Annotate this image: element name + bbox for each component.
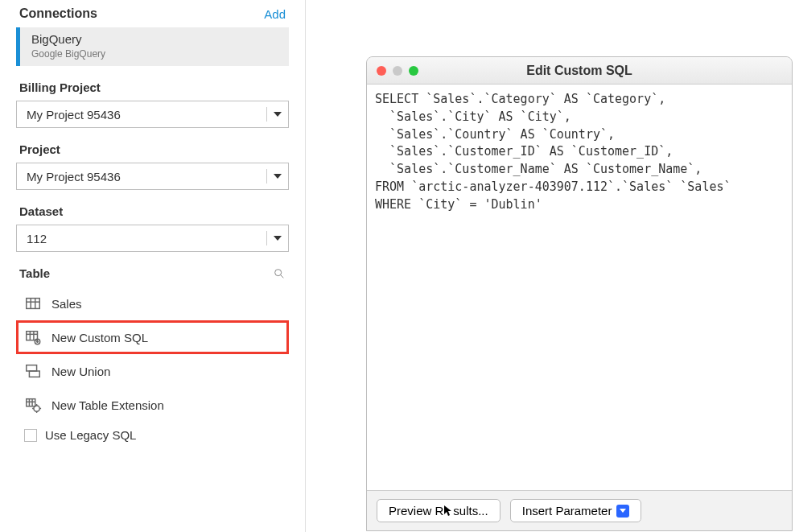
new-table-extension-item[interactable]: New Table Extension	[16, 388, 289, 422]
traffic-lights	[377, 66, 418, 76]
svg-line-1	[281, 274, 284, 278]
edit-custom-sql-dialog: Edit Custom SQL SELECT `Sales`.`Category…	[366, 56, 793, 531]
add-connection-link[interactable]: Add	[264, 7, 286, 21]
dialog-footer: Preview Rsults... Insert Parameter	[367, 490, 792, 530]
use-legacy-sql-row[interactable]: Use Legacy SQL	[16, 422, 289, 448]
svg-rect-13	[27, 365, 37, 371]
billing-project-select[interactable]: My Project 95436	[16, 101, 289, 128]
dataset-label: Dataset	[19, 204, 286, 218]
insert-parameter-button[interactable]: Insert Parameter	[510, 499, 642, 522]
project-label: Project	[19, 142, 286, 156]
table-item-sales[interactable]: Sales	[16, 287, 289, 320]
connection-subtitle: Google BigQuery	[31, 48, 281, 60]
insert-parameter-label: Insert Parameter	[522, 504, 612, 518]
search-icon[interactable]	[273, 267, 286, 280]
preview-results-button[interactable]: Preview Rsults...	[377, 499, 500, 522]
table-item-label: New Union	[51, 365, 110, 378]
dialog-titlebar[interactable]: Edit Custom SQL	[367, 57, 792, 85]
table-extension-icon	[24, 396, 42, 414]
cursor-icon	[443, 505, 453, 518]
new-union-item[interactable]: New Union	[16, 354, 289, 388]
maximize-icon[interactable]	[409, 66, 418, 76]
project-select[interactable]: My Project 95436	[16, 163, 289, 190]
table-section-label: Table	[19, 266, 50, 280]
svg-point-19	[34, 406, 39, 411]
dataset-select[interactable]: 112	[16, 225, 289, 252]
union-icon	[24, 362, 42, 380]
table-icon	[24, 295, 42, 312]
table-header-row: Table	[19, 266, 286, 280]
billing-project-label: Billing Project	[19, 80, 286, 94]
dialog-title: Edit Custom SQL	[367, 64, 792, 78]
close-icon[interactable]	[377, 66, 386, 76]
chevron-down-icon	[266, 231, 282, 245]
svg-rect-2	[27, 299, 40, 309]
sql-editor[interactable]: SELECT `Sales`.`Category` AS `Category`,…	[367, 85, 792, 490]
project-value: My Project 95436	[27, 170, 121, 184]
use-legacy-sql-checkbox[interactable]	[24, 429, 37, 442]
connection-item-bigquery[interactable]: BigQuery Google BigQuery	[16, 27, 289, 66]
svg-rect-14	[29, 371, 39, 377]
custom-sql-icon	[24, 328, 42, 346]
svg-rect-6	[27, 332, 38, 340]
chevron-down-icon	[266, 107, 282, 122]
billing-project-value: My Project 95436	[27, 108, 121, 122]
use-legacy-sql-label: Use Legacy SQL	[45, 428, 136, 442]
table-item-label: New Table Extension	[51, 398, 164, 412]
data-source-sidebar: Connections Add BigQuery Google BigQuery…	[0, 0, 306, 532]
svg-rect-15	[27, 399, 35, 406]
table-item-label: New Custom SQL	[51, 331, 148, 344]
svg-point-0	[275, 269, 282, 275]
table-item-label: Sales	[51, 297, 82, 311]
minimize-icon[interactable]	[393, 66, 402, 76]
connections-title: Connections	[19, 6, 97, 21]
chevron-down-icon	[616, 505, 629, 518]
dataset-value: 112	[27, 232, 47, 245]
connection-name: BigQuery	[31, 32, 281, 47]
preview-results-label: Preview Rsults...	[389, 504, 488, 518]
new-custom-sql-item[interactable]: New Custom SQL	[16, 320, 289, 354]
chevron-down-icon	[266, 169, 282, 184]
connections-header: Connections Add	[19, 6, 286, 21]
